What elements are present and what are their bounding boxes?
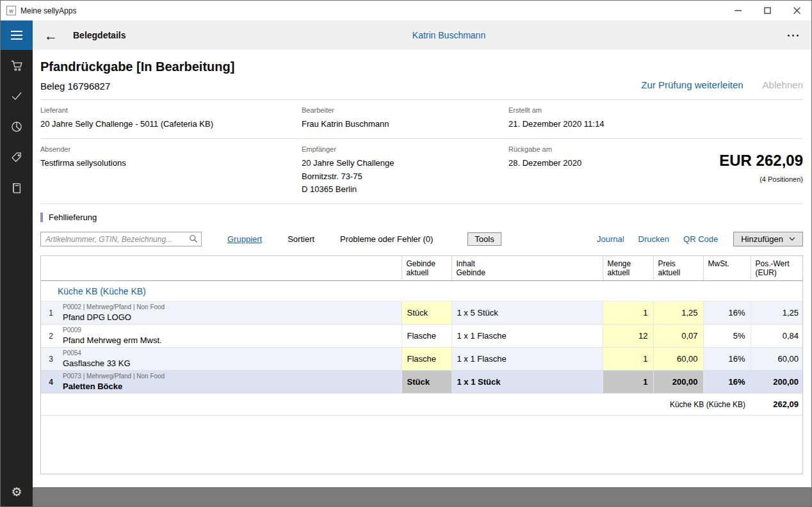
- sidebar-item-catalog[interactable]: [1, 173, 33, 204]
- preis-cell[interactable]: 200,00: [653, 371, 703, 394]
- grouped-link[interactable]: Gruppiert: [227, 234, 262, 244]
- positions-table: Gebinde aktuell Inhalt Gebinde Menge akt…: [40, 255, 803, 474]
- article-cell: P0002 | Mehrweg/Pfand | Non Food Pfand D…: [58, 302, 402, 325]
- preis-cell[interactable]: 1,25: [653, 302, 703, 325]
- article-code: P0054: [63, 350, 396, 357]
- search-input[interactable]: [40, 232, 202, 246]
- sidebar-item-cart[interactable]: [1, 50, 33, 81]
- sidebar-item-settings[interactable]: ⚙: [1, 477, 33, 506]
- maximize-button[interactable]: [752, 1, 782, 20]
- list-toolbar: Gruppiert Sortiert Probleme oder Fehler …: [40, 232, 803, 246]
- group-header-row[interactable]: Küche KB (Küche KB): [41, 281, 803, 302]
- close-icon: [793, 7, 800, 14]
- sidebar-item-reports[interactable]: [1, 111, 33, 142]
- article-name: Paletten Böcke: [63, 382, 396, 391]
- mwst-cell: 16%: [703, 302, 751, 325]
- gebinde-cell[interactable]: Flasche: [402, 348, 451, 371]
- close-button[interactable]: [782, 1, 811, 20]
- document-title: Pfandrückgabe [In Bearbeitung]: [40, 60, 234, 74]
- more-icon: [788, 35, 790, 36]
- group-title: Küche KB (Küche KB): [41, 281, 803, 302]
- checkmark-icon: [10, 90, 23, 102]
- reject-button[interactable]: Ablehnen: [763, 79, 803, 90]
- main-content: Pfandrückgabe [In Bearbeitung] Beleg 167…: [33, 50, 811, 487]
- qr-code-link[interactable]: QR Code: [683, 234, 718, 244]
- group-footer-label: Küche KB (Küche KB): [41, 394, 751, 415]
- problems-link[interactable]: Probleme oder Fehler (0): [340, 234, 433, 244]
- sidebar-item-tasks[interactable]: [1, 81, 33, 111]
- mwst-cell: 16%: [703, 348, 751, 371]
- sidebar-spacer: [1, 204, 33, 477]
- table-row[interactable]: 3 P0054 Gasflasche 33 KG Flasche 1 x 1 F…: [41, 348, 803, 371]
- inhalt-cell: 1 x 1 Flasche: [451, 325, 603, 348]
- back-button[interactable]: ←: [44, 29, 58, 42]
- wert-cell: 1,25: [751, 302, 803, 325]
- menge-cell[interactable]: 1: [603, 348, 653, 371]
- field-value-empfaenger: 20 Jahre Selly Challenge Bornitzstr. 73-…: [302, 157, 508, 197]
- tag-icon: [10, 151, 23, 164]
- menge-cell[interactable]: 12: [603, 325, 653, 348]
- gebinde-cell[interactable]: Stück: [402, 302, 451, 325]
- document-number: Beleg 16796827: [40, 81, 234, 92]
- preis-cell[interactable]: 60,00: [653, 348, 703, 371]
- mwst-cell: 5%: [703, 325, 751, 348]
- article-code: P0073 | Mehrweg/Pfand | Non Food: [63, 373, 396, 380]
- window-controls: [723, 1, 811, 20]
- journal-link[interactable]: Journal: [597, 234, 624, 244]
- back-arrow-icon: ←: [44, 28, 58, 43]
- field-label-lieferant: Lieferant: [40, 106, 302, 114]
- minimize-button[interactable]: [723, 1, 752, 20]
- more-button[interactable]: [786, 31, 800, 40]
- field-label-bearbeiter: Bearbeiter: [302, 106, 508, 114]
- forward-for-review-button[interactable]: Zur Prüfung weiterleiten: [641, 79, 743, 90]
- bottom-bar: [33, 487, 811, 506]
- sidebar-item-prices[interactable]: [1, 142, 33, 173]
- article-code: P0009: [63, 326, 396, 334]
- article-cell: P0009 Pfand Mehrweg erm Mwst.: [58, 325, 402, 348]
- maximize-icon: [764, 7, 771, 14]
- col-header-inhalt: Inhalt Gebinde: [451, 256, 603, 281]
- col-header-gebinde: Gebinde aktuell: [402, 256, 451, 281]
- sidebar: ⚙: [1, 20, 33, 506]
- field-value-bearbeiter: Frau Katrin Buschmann: [302, 118, 508, 131]
- search-icon[interactable]: [189, 234, 198, 243]
- article-cell: P0054 Gasflasche 33 KG: [58, 348, 402, 371]
- table-row[interactable]: 1 P0002 | Mehrweg/Pfand | Non Food Pfand…: [41, 302, 803, 325]
- menu-button[interactable]: [1, 20, 33, 50]
- gebinde-cell[interactable]: Flasche: [402, 325, 451, 348]
- field-value-lieferant: 20 Jahre Selly Challenge - 5011 (Cafeter…: [40, 118, 302, 131]
- print-link[interactable]: Drucken: [638, 234, 669, 244]
- col-header-rownum: [41, 256, 58, 281]
- row-number: 2: [41, 325, 58, 348]
- window-title: Meine sellyApps: [20, 6, 76, 15]
- group-footer-total: 262,09: [751, 394, 803, 415]
- field-label-empfaenger: Empfänger: [302, 145, 508, 153]
- field-label-rueckgabe: Rückgabe am: [508, 145, 581, 153]
- gear-icon: ⚙: [11, 486, 22, 498]
- col-header-preis: Preis aktuell: [653, 256, 703, 281]
- tools-button[interactable]: Tools: [467, 232, 501, 246]
- user-name[interactable]: Katrin Buschmann: [412, 30, 485, 40]
- mwst-cell: 16%: [703, 371, 751, 394]
- pie-chart-icon: [10, 120, 23, 133]
- table-row-selected[interactable]: 4 P0073 | Mehrweg/Pfand | Non Food Palet…: [41, 371, 803, 394]
- article-code: P0002 | Mehrweg/Pfand | Non Food: [63, 303, 396, 310]
- cart-icon: [10, 59, 24, 72]
- sorted-link[interactable]: Sortiert: [288, 234, 314, 244]
- article-cell: P0073 | Mehrweg/Pfand | Non Food Palette…: [58, 371, 402, 394]
- row-number: 4: [41, 371, 58, 394]
- menge-cell[interactable]: 1: [603, 302, 653, 325]
- delivery-tag: Fehllieferung: [40, 213, 803, 222]
- inhalt-cell: 1 x 5 Stück: [451, 302, 603, 325]
- table-row[interactable]: 2 P0009 Pfand Mehrweg erm Mwst. Flasche …: [41, 325, 803, 348]
- menge-cell[interactable]: 1: [603, 371, 653, 394]
- book-icon: [10, 182, 23, 195]
- add-button[interactable]: Hinzufügen: [733, 232, 803, 246]
- divider: [40, 204, 803, 204]
- tag-label: Fehllieferung: [49, 213, 97, 222]
- preis-cell[interactable]: 0,07: [653, 325, 703, 348]
- wert-cell: 200,00: [751, 371, 803, 394]
- gebinde-cell[interactable]: Stück: [402, 371, 451, 394]
- app-window: w Meine sellyApps: [0, 0, 812, 507]
- inhalt-cell: 1 x 1 Stück: [451, 371, 603, 394]
